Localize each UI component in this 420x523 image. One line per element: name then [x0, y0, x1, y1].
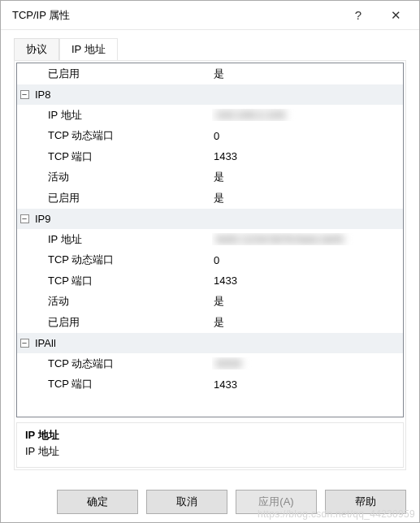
property-label: IP9	[32, 213, 212, 225]
property-row[interactable]: TCP 端口1433	[17, 270, 403, 292]
property-value[interactable]: 1433	[212, 150, 403, 162]
property-value[interactable]: 0	[212, 130, 403, 142]
property-row[interactable]: 活动是	[17, 292, 403, 313]
property-label: TCP 动态端口	[32, 357, 212, 371]
property-row[interactable]: TCP 端口1433	[17, 374, 403, 395]
window-title: TCP/IP 属性	[12, 8, 70, 23]
property-label: IP 地址	[32, 232, 212, 247]
property-label: TCP 端口	[32, 149, 212, 164]
category-row[interactable]: −IP9	[17, 209, 403, 230]
titlebar: TCP/IP 属性 ? ✕	[1, 1, 419, 30]
content-area: 协议 IP 地址 已启用是−IP8IP 地址192.168.1.100TCP 动…	[1, 30, 419, 482]
description-title: IP 地址	[25, 428, 395, 443]
property-value[interactable]: 0000	[212, 357, 403, 370]
description-panel: IP 地址 IP 地址	[16, 422, 404, 468]
dialog-window: TCP/IP 属性 ? ✕ 协议 IP 地址 已启用是−IP8IP 地址192.…	[0, 0, 420, 523]
collapse-icon[interactable]: −	[20, 339, 29, 348]
property-row[interactable]: 活动是	[17, 167, 403, 188]
property-row[interactable]: TCP 动态端口0	[17, 250, 403, 271]
property-label: TCP 端口	[32, 377, 212, 391]
property-row[interactable]: TCP 端口1433	[17, 146, 403, 167]
property-value[interactable]: 是	[212, 67, 403, 81]
help-button-bottom[interactable]: 帮助	[325, 490, 406, 514]
property-value[interactable]: 是	[212, 191, 403, 205]
button-row: 确定 取消 应用(A) 帮助	[1, 482, 419, 522]
property-label: IPAll	[32, 337, 212, 349]
property-value[interactable]: 是	[212, 294, 403, 309]
property-label: IP8	[32, 89, 212, 101]
apply-button[interactable]: 应用(A)	[236, 490, 317, 514]
ok-button[interactable]: 确定	[57, 490, 138, 514]
property-label: 已启用	[32, 67, 212, 81]
property-grid: 已启用是−IP8IP 地址192.168.1.100TCP 动态端口0TCP 端…	[14, 60, 406, 470]
property-row[interactable]: 已启用是	[17, 63, 403, 84]
tab-protocol[interactable]: 协议	[14, 38, 59, 61]
description-body: IP 地址	[25, 444, 395, 459]
property-label: TCP 动态端口	[32, 253, 212, 267]
property-label: IP 地址	[32, 108, 212, 123]
tab-strip: 协议 IP 地址	[14, 38, 406, 61]
property-row[interactable]: 已启用是	[17, 188, 403, 209]
property-label: 已启用	[32, 315, 212, 330]
property-label: 活动	[32, 170, 212, 184]
help-icon: ?	[355, 8, 362, 22]
property-value[interactable]: 是	[212, 170, 403, 184]
property-label: TCP 动态端口	[32, 128, 212, 143]
property-row[interactable]: TCP 动态端口0000	[17, 353, 403, 374]
property-row[interactable]: IP 地址192.168.1.100	[17, 105, 403, 126]
category-row[interactable]: −IPAll	[17, 333, 403, 354]
property-value[interactable]: 0	[212, 254, 403, 266]
property-row[interactable]: TCP 动态端口0	[17, 126, 403, 147]
property-value[interactable]: 192.168.1.100	[212, 109, 403, 121]
property-row[interactable]: IP 地址fe80::1234:5678:9abc:def0	[17, 229, 403, 250]
property-label: TCP 端口	[32, 274, 212, 288]
category-row[interactable]: −IP8	[17, 84, 403, 106]
tab-ip-address[interactable]: IP 地址	[59, 38, 118, 61]
collapse-icon[interactable]: −	[20, 90, 29, 99]
help-button[interactable]: ?	[340, 3, 377, 28]
property-grid-scroll[interactable]: 已启用是−IP8IP 地址192.168.1.100TCP 动态端口0TCP 端…	[16, 63, 404, 417]
collapse-icon[interactable]: −	[20, 214, 29, 223]
property-value[interactable]: 是	[212, 315, 403, 330]
property-value[interactable]: 1433	[212, 274, 403, 287]
close-icon: ✕	[391, 8, 401, 23]
property-value[interactable]: fe80::1234:5678:9abc:def0	[212, 233, 403, 245]
cancel-button[interactable]: 取消	[146, 490, 227, 514]
property-label: 活动	[32, 294, 212, 309]
property-label: 已启用	[32, 191, 212, 205]
close-button[interactable]: ✕	[377, 3, 414, 28]
property-value[interactable]: 1433	[212, 378, 403, 391]
property-row[interactable]: 已启用是	[17, 312, 403, 333]
